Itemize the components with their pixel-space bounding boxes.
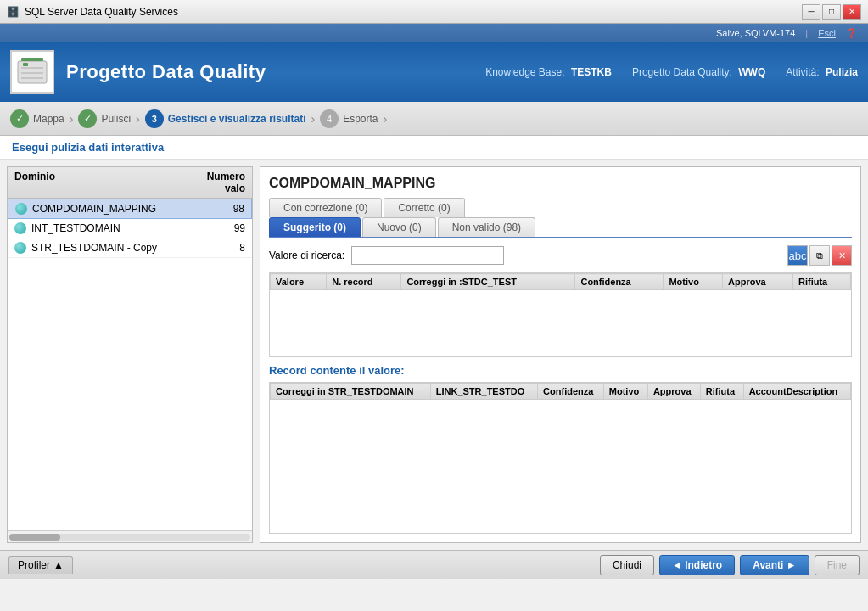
domain-icon: [15, 203, 27, 215]
finish-button[interactable]: Fine: [815, 555, 860, 575]
profiler-tab[interactable]: Profiler ▲: [8, 556, 73, 574]
right-panel-title: COMPDOMAIN_MAPPING: [269, 176, 852, 191]
col-valore: Valore: [271, 274, 327, 290]
right-panel: COMPDOMAIN_MAPPING Con correzione (0) Co…: [260, 166, 861, 543]
domain-col-header: Dominio: [14, 171, 194, 194]
step-4-circle: 4: [320, 109, 339, 128]
main-table-area: Valore N. record Correggi in :STDC_TEST …: [269, 272, 852, 357]
logout-link[interactable]: Esci: [818, 28, 836, 38]
domain-count: 99: [211, 222, 245, 234]
next-button[interactable]: Avanti ►: [740, 555, 809, 575]
rec-col-3: Confidenza: [538, 384, 604, 400]
arrow-4: ›: [384, 112, 388, 126]
title-bar-controls: ─ □ ✕: [802, 4, 861, 20]
domain-icon: [14, 222, 26, 234]
step-1-label: Mappa: [33, 113, 64, 125]
col-correggi: Correggi in :STDC_TEST: [401, 274, 575, 290]
app-icon: 🗄️: [7, 6, 20, 18]
wizard-step-2[interactable]: ✓ Pulisci: [78, 109, 131, 128]
domain-count: 98: [210, 203, 244, 215]
profiler-label: Profiler: [18, 559, 50, 571]
domain-name: INT_TESTDOMAIN: [31, 222, 211, 234]
arrow-1: ›: [70, 112, 74, 126]
app-logo: [10, 50, 54, 94]
domain-row[interactable]: STR_TESTDOMAIN - Copy 8: [8, 238, 252, 258]
col-nrecord: N. record: [327, 274, 401, 290]
minimize-button[interactable]: ─: [802, 4, 820, 20]
main-content: Dominio Numero valo COMPDOMAIN_MAPPING 9…: [0, 160, 868, 550]
left-panel-header: Dominio Numero valo: [8, 167, 252, 199]
col-confidenza: Confidenza: [575, 274, 664, 290]
rec-col-5: Approva: [647, 384, 700, 400]
record-area: Correggi in STR_TESTDOMAIN LINK_STR_TEST…: [269, 382, 852, 534]
domain-count: 8: [211, 242, 245, 254]
count-col-header: Numero valo: [194, 171, 245, 194]
step-4-label: Esporta: [343, 113, 378, 125]
tab-non-valido[interactable]: Non valido (98): [438, 217, 535, 237]
scrollbar-thumb: [9, 534, 60, 541]
wizard-step-4[interactable]: 4 Esporta: [320, 109, 378, 128]
close-button[interactable]: ✕: [843, 4, 861, 20]
search-icons: abc ⧉ ✕: [787, 245, 852, 266]
col-motivo: Motivo: [664, 274, 723, 290]
rec-col-2: LINK_STR_TESTDO: [430, 384, 537, 400]
record-table: Correggi in STR_TESTDOMAIN LINK_STR_TEST…: [270, 383, 851, 400]
record-section-title: Record contente il valore:: [269, 364, 852, 377]
wizard-bar: ✓ Mappa › ✓ Pulisci › 3 Gestisci e visua…: [0, 102, 868, 136]
domain-list: COMPDOMAIN_MAPPING 98 INT_TESTDOMAIN 99 …: [8, 199, 252, 530]
domain-row[interactable]: COMPDOMAIN_MAPPING 98: [8, 199, 252, 219]
back-button[interactable]: ◄ Indietro: [659, 555, 735, 575]
tab-corretto[interactable]: Corretto (0): [384, 198, 464, 217]
delete-icon[interactable]: ✕: [832, 245, 852, 266]
knowledge-base-info: Knowledge Base: TESTKB: [485, 66, 612, 78]
search-row: Valore di ricerca: abc ⧉ ✕: [269, 245, 852, 266]
title-bar: 🗄️ SQL Server Data Quality Services ─ □ …: [0, 0, 868, 24]
col-rifiuta: Rifiuta: [793, 274, 851, 290]
col-approva: Approva: [723, 274, 793, 290]
page-subtitle: Esegui pulizia dati interattiva: [0, 136, 868, 160]
domain-row[interactable]: INT_TESTDOMAIN 99: [8, 219, 252, 238]
step-1-circle: ✓: [10, 109, 29, 128]
info-bar: Salve, SQLVM-174 | Esci ❓: [0, 24, 868, 42]
header-info: Knowledge Base: TESTKB Progetto Data Qua…: [485, 66, 858, 78]
main-table: Valore N. record Correggi in :STDC_TEST …: [270, 273, 851, 290]
domain-name: COMPDOMAIN_MAPPING: [32, 203, 210, 215]
scrollbar-track: [9, 534, 250, 541]
wizard-step-3[interactable]: 3 Gestisci e visualizza risultati: [145, 109, 306, 128]
rec-col-6: Rifiuta: [700, 384, 743, 400]
domain-icon: [14, 242, 26, 254]
step-2-circle: ✓: [78, 109, 97, 128]
search-label: Valore di ricerca:: [269, 249, 344, 261]
svg-rect-5: [23, 63, 28, 66]
rec-col-4: Motivo: [603, 384, 647, 400]
step-3-label: Gestisci e visualizza risultati: [168, 113, 306, 125]
app-title: Progetto Data Quality: [66, 61, 485, 83]
wizard-step-1[interactable]: ✓ Mappa: [10, 109, 64, 128]
help-icon[interactable]: ❓: [846, 28, 858, 39]
scrollbar[interactable]: [8, 530, 252, 542]
spell-check-icon[interactable]: abc: [787, 245, 808, 266]
domain-name: STR_TESTDOMAIN - Copy: [31, 242, 211, 254]
tab-con-correzione[interactable]: Con correzione (0): [269, 198, 382, 217]
step-3-circle: 3: [145, 109, 164, 128]
copy-icon[interactable]: ⧉: [809, 245, 830, 266]
rec-col-7: AccountDescription: [743, 384, 850, 400]
profiler-arrow-icon: ▲: [53, 559, 64, 571]
tab-nuovo[interactable]: Nuovo (0): [362, 217, 436, 237]
project-info: Progetto Data Quality: WWQ: [632, 66, 765, 78]
tab-suggerito[interactable]: Suggerito (0): [269, 217, 361, 237]
restore-button[interactable]: □: [822, 4, 841, 20]
close-button[interactable]: Chiudi: [600, 555, 654, 575]
left-panel: Dominio Numero valo COMPDOMAIN_MAPPING 9…: [7, 166, 253, 543]
title-bar-left: 🗄️ SQL Server Data Quality Services: [7, 6, 178, 18]
svg-rect-1: [21, 58, 43, 61]
step-2-label: Pulisci: [101, 113, 131, 125]
separator: |: [805, 28, 808, 38]
user-info: Salve, SQLVM-174: [716, 28, 795, 38]
search-input[interactable]: [351, 246, 504, 265]
arrow-3: ›: [311, 112, 315, 126]
arrow-2: ›: [136, 112, 140, 126]
activity-info: Attività: Pulizia: [786, 66, 858, 78]
svg-rect-0: [18, 61, 47, 83]
window-title: SQL Server Data Quality Services: [25, 6, 178, 18]
